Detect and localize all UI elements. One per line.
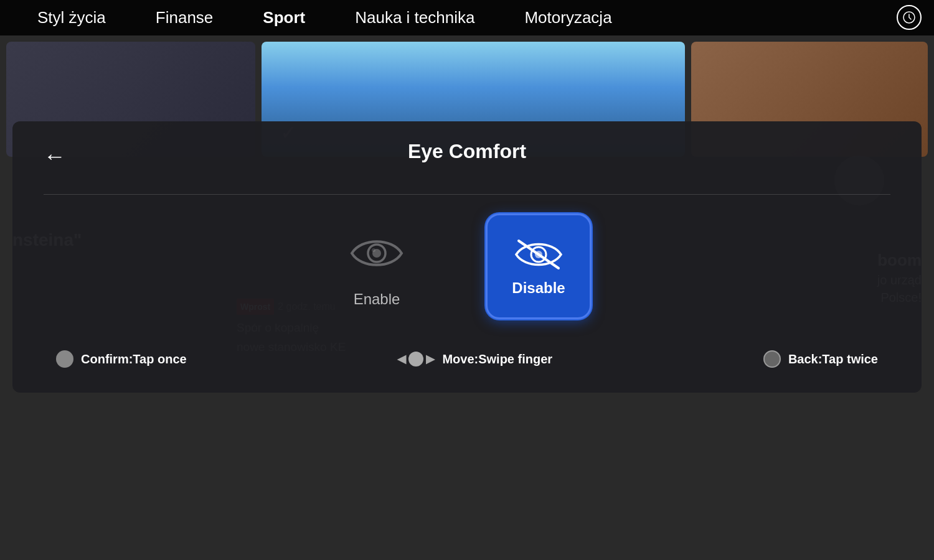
enable-label: Enable (354, 291, 400, 308)
back-button[interactable]: ← (44, 143, 66, 169)
notification-icon[interactable] (897, 5, 922, 30)
disable-label-inside: Disable (512, 279, 565, 297)
enable-option[interactable]: Enable (342, 225, 411, 308)
back-hint-label: Back:Tap twice (788, 352, 878, 366)
arrow-left-icon: ◀ (397, 352, 406, 366)
top-navigation: Styl życia Finanse Sport Nauka i technik… (0, 0, 934, 35)
eye-slash-icon (514, 236, 564, 273)
disable-option[interactable]: Disable (486, 213, 592, 319)
svg-point-3 (372, 248, 375, 252)
move-hint-label: Move:Swipe finger (442, 352, 552, 366)
back-hint: Back:Tap twice (763, 350, 878, 368)
nav-item-finanse[interactable]: Finanse (156, 8, 214, 27)
enable-icon-container (342, 225, 411, 281)
separator (44, 194, 890, 195)
nav-item-styl-zycia[interactable]: Styl życia (37, 8, 106, 27)
nav-item-sport[interactable]: Sport (263, 8, 305, 27)
confirm-circle-icon (56, 350, 73, 368)
bottom-hints: Confirm:Tap once ◀ ▶ Move:Swipe finger B… (44, 350, 890, 368)
modal-title: Eye Comfort (44, 140, 890, 163)
eye-open-icon (349, 231, 405, 275)
nav-item-motoryzacja[interactable]: Motoryzacja (524, 8, 611, 27)
confirm-hint: Confirm:Tap once (56, 350, 187, 368)
confirm-hint-label: Confirm:Tap once (81, 352, 187, 366)
arrow-right-icon: ▶ (426, 352, 435, 366)
move-hint: ◀ ▶ Move:Swipe finger (397, 352, 552, 366)
move-dot-icon (408, 352, 423, 366)
move-arrows-icon: ◀ ▶ (397, 352, 435, 366)
nav-item-nauka-i-technika[interactable]: Nauka i technika (355, 8, 474, 27)
back-circle-icon (763, 350, 781, 368)
disable-button-box[interactable]: Disable (486, 213, 592, 319)
options-area: Enable Disable (44, 213, 890, 319)
eye-comfort-modal: ← Eye Comfort Enable (12, 121, 922, 393)
